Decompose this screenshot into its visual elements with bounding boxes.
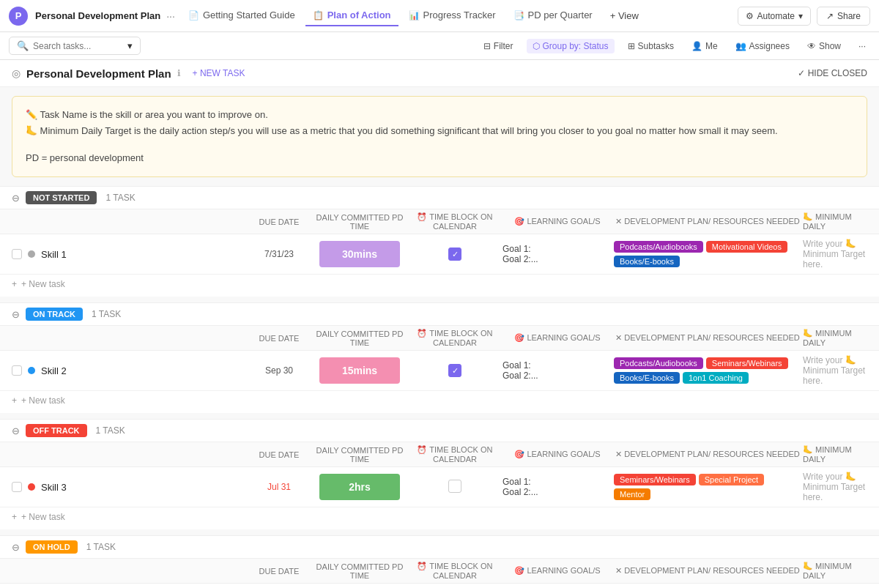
subtasks-label: Subtasks <box>638 41 674 51</box>
goal2: Goal 2:... <box>502 487 612 497</box>
task-calendar-cell[interactable]: ✓ <box>407 364 502 377</box>
task-name[interactable]: Skill 3 <box>41 482 246 493</box>
table-row: Skill 3 Jul 31 2hrs Goal 1: Goal 2:... S… <box>0 467 879 507</box>
tag[interactable]: Mentor <box>614 488 650 500</box>
tag[interactable]: Books/E-books <box>614 372 680 384</box>
top-nav: P Personal Development Plan ··· 📄 Gettin… <box>0 0 879 32</box>
col-learning-header: 🎯 LEARNING GOAL/S <box>502 450 612 459</box>
plan-action-icon: 📋 <box>313 10 324 21</box>
status-badge-on-hold[interactable]: ON HOLD <box>26 540 78 554</box>
col-due-header: DUE DATE <box>246 217 312 226</box>
group-toggle-on-track[interactable]: ⊖ <box>12 309 20 320</box>
me-button[interactable]: 👤 Me <box>687 39 722 53</box>
share-label: Share <box>837 11 861 21</box>
status-badge-off-track[interactable]: OFF TRACK <box>26 424 87 437</box>
task-pd-time[interactable]: 2hrs <box>312 474 407 500</box>
task-pd-time[interactable]: 15mins <box>312 357 407 384</box>
col-learning-header: 🎯 LEARNING GOAL/S <box>502 217 612 226</box>
tab-plan-action[interactable]: 📋 Plan of Action <box>305 5 398 26</box>
assignees-button[interactable]: 👥 Assignees <box>731 39 794 53</box>
calendar-checkbox[interactable] <box>448 480 461 493</box>
task-checkbox[interactable] <box>12 365 22 376</box>
task-calendar-cell[interactable]: ✓ <box>407 248 502 261</box>
project-menu-dots[interactable]: ··· <box>163 9 178 23</box>
task-name[interactable]: Skill 1 <box>41 249 246 260</box>
task-due-date: 7/31/23 <box>246 249 312 259</box>
share-button[interactable]: ↗ Share <box>817 7 870 26</box>
tag[interactable]: Podcasts/Audiobooks <box>614 357 703 369</box>
status-badge-not-started[interactable]: NOT STARTED <box>26 191 97 204</box>
project-collapse-toggle[interactable]: ◎ <box>12 67 21 79</box>
hide-closed-button[interactable]: ✓ HIDE CLOSED <box>798 68 867 78</box>
more-button[interactable]: ··· <box>854 39 870 53</box>
col-minimum-header: 🦶 MINIMUM DAILY <box>803 329 867 347</box>
tab-pd-quarter[interactable]: 📑 PD per Quarter <box>506 5 600 26</box>
tag[interactable]: Motivational Videos <box>706 241 787 253</box>
task-count-not-started: 1 TASK <box>105 193 135 203</box>
tag[interactable]: 1on1 Coaching <box>683 372 749 384</box>
new-task-row[interactable]: ++ New task <box>0 391 879 413</box>
tag[interactable]: Books/E-books <box>614 256 680 267</box>
new-task-button[interactable]: + NEW TASK <box>187 66 251 81</box>
new-task-label: + New task <box>21 395 65 406</box>
groups-container: ⊖ NOT STARTED 1 TASK DUE DATE DAILY COMM… <box>0 186 879 588</box>
group-toggle-on-hold[interactable]: ⊖ <box>12 542 20 553</box>
task-name[interactable]: Skill 2 <box>41 365 246 376</box>
col-pdtime-header: DAILY COMMITTED PD TIME <box>312 213 407 231</box>
tab-progress-tracker-label: Progress Tracker <box>423 10 496 21</box>
tab-progress-tracker[interactable]: 📊 Progress Tracker <box>401 5 503 26</box>
col-calendar-header: ⏰ TIME BLOCK ON CALENDAR <box>407 212 502 231</box>
subtasks-button[interactable]: ⊞ Subtasks <box>623 39 678 53</box>
col-devplan-header: ✕ DEVELOPMENT PLAN/ RESOURCES NEEDED <box>612 333 803 343</box>
group-toggle-off-track[interactable]: ⊖ <box>12 425 20 436</box>
calendar-checkbox[interactable]: ✓ <box>448 248 461 261</box>
time-pill[interactable]: 15mins <box>319 357 400 384</box>
col-minimum-header: 🦶 MINIMUM DAILY <box>803 445 867 464</box>
task-checkbox[interactable] <box>12 249 22 259</box>
filter-button[interactable]: ⊟ Filter <box>479 39 518 53</box>
tag[interactable]: Podcasts/Audiobooks <box>614 241 703 253</box>
hide-closed-label: ✓ HIDE CLOSED <box>798 68 867 78</box>
group-by-button[interactable]: ⬡ Group by: Status <box>527 39 615 53</box>
automate-chevron: ▾ <box>798 11 803 21</box>
calendar-checkbox[interactable]: ✓ <box>448 364 461 377</box>
goal2: Goal 2:... <box>502 371 612 381</box>
toolbar: 🔍 ▾ ⊟ Filter ⬡ Group by: Status ⊞ Subtas… <box>0 32 879 60</box>
task-count-on-hold: 1 TASK <box>86 542 116 552</box>
task-minimum: Write your 🦶 Minimum Target here. <box>803 239 867 269</box>
tag[interactable]: Seminars/Webinars <box>706 357 788 369</box>
goal1: Goal 1: <box>502 477 612 487</box>
add-view-button[interactable]: + View <box>603 7 646 25</box>
automate-button[interactable]: ⚙ Automate ▾ <box>738 7 811 26</box>
tab-getting-started[interactable]: 📄 Getting Started Guide <box>181 5 303 26</box>
info-line2: 🦶 Minimum Daily Target is the daily acti… <box>26 123 853 139</box>
col-pdtime-header: DAILY COMMITTED PD TIME <box>312 562 407 580</box>
group-header-on-track: ⊖ ON TRACK 1 TASK <box>0 302 879 325</box>
col-devplan-header: ✕ DEVELOPMENT PLAN/ RESOURCES NEEDED <box>612 217 803 226</box>
tag[interactable]: Special Project <box>699 474 764 485</box>
task-checkbox[interactable] <box>12 482 22 492</box>
new-task-row[interactable]: ++ New task <box>0 275 879 297</box>
col-minimum-header: 🦶 MINIMUM DAILY <box>803 212 867 231</box>
project-info-icon[interactable]: ℹ <box>177 68 181 78</box>
time-pill[interactable]: 2hrs <box>319 474 400 500</box>
pd-quarter-icon: 📑 <box>513 10 524 21</box>
task-minimum: Write your 🦶 Minimum Target here. <box>803 355 867 386</box>
search-box[interactable]: 🔍 ▾ <box>9 37 141 55</box>
share-icon: ↗ <box>826 11 834 21</box>
show-label: Show <box>819 41 841 51</box>
group-toggle-not-started[interactable]: ⊖ <box>12 193 20 204</box>
show-button[interactable]: 👁 Show <box>803 39 845 53</box>
me-label: Me <box>705 41 718 51</box>
tag[interactable]: Seminars/Webinars <box>614 474 696 485</box>
automate-label: Automate <box>757 11 795 21</box>
new-task-row[interactable]: ++ New task <box>0 507 879 529</box>
show-icon: 👁 <box>807 41 816 51</box>
task-pd-time[interactable]: 30mins <box>312 241 407 267</box>
task-calendar-cell[interactable] <box>407 480 502 495</box>
plus-icon: + <box>12 395 17 406</box>
time-pill[interactable]: 30mins <box>319 241 400 267</box>
search-input[interactable] <box>33 41 123 51</box>
status-badge-on-track[interactable]: ON TRACK <box>26 308 83 321</box>
automate-icon: ⚙ <box>746 11 754 21</box>
